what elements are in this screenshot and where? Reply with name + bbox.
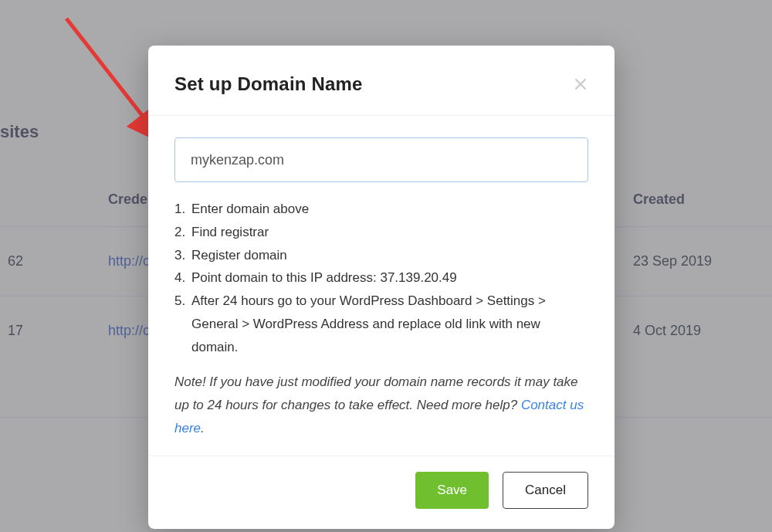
modal-body: 1.Enter domain above 2.Find registrar 3.… — [148, 116, 615, 456]
domain-input[interactable] — [174, 137, 588, 182]
close-icon[interactable] — [573, 76, 588, 92]
modal-title: Set up Domain Name — [174, 73, 363, 95]
step-item: 5.After 24 hours go to your WordPress Da… — [174, 290, 588, 358]
step-item: 2.Find registrar — [174, 221, 588, 244]
step-text: Enter domain above — [191, 198, 588, 221]
step-text: Register domain — [191, 244, 588, 267]
note-text: Note! If you have just modified your dom… — [174, 371, 588, 439]
step-text: After 24 hours go to your WordPress Dash… — [191, 290, 588, 358]
save-button[interactable]: Save — [415, 472, 489, 509]
step-item: 1.Enter domain above — [174, 198, 588, 221]
setup-domain-modal: Set up Domain Name 1.Enter domain above … — [148, 46, 615, 529]
modal-header: Set up Domain Name — [148, 46, 615, 116]
step-text: Point domain to this IP address: 37.139.… — [191, 266, 588, 290]
step-item: 4.Point domain to this IP address: 37.13… — [174, 266, 588, 290]
modal-footer: Save Cancel — [148, 456, 615, 529]
step-text: Find registrar — [191, 221, 588, 244]
note-suffix: . — [201, 421, 205, 435]
step-item: 3.Register domain — [174, 244, 588, 267]
steps-list: 1.Enter domain above 2.Find registrar 3.… — [174, 198, 588, 358]
note-prefix: Note! If you have just modified your dom… — [174, 374, 578, 412]
cancel-button[interactable]: Cancel — [503, 472, 588, 509]
